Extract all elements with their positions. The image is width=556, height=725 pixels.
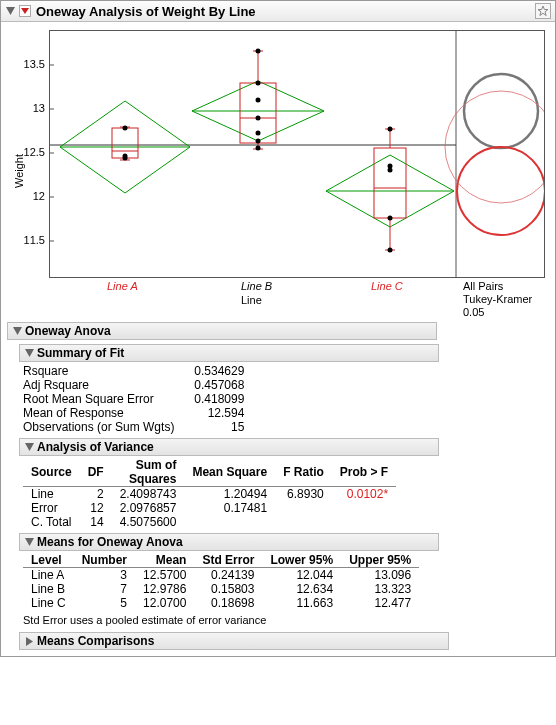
means-footnote: Std Error uses a pooled estimate of erro…	[23, 614, 555, 626]
disclosure-icon-collapsed[interactable]	[24, 636, 34, 646]
y-tick: 12.5	[19, 146, 45, 158]
y-tick: 13.5	[19, 58, 45, 70]
section-means[interactable]: Means for Oneway Anova	[19, 533, 439, 551]
comparison-label: All Pairs	[463, 280, 503, 292]
svg-point-35	[256, 139, 261, 144]
summary-fit-table: Rsquare0.534629 Adj Rsquare0.457068 Root…	[23, 364, 254, 434]
fit-label: Rsquare	[23, 364, 184, 378]
x-category-label: Line B	[241, 280, 272, 292]
fit-value: 0.457068	[184, 378, 254, 392]
svg-point-19	[123, 126, 128, 131]
section-aov[interactable]: Analysis of Variance	[19, 438, 439, 456]
disclosure-icon[interactable]	[24, 442, 34, 452]
fit-label: Adj Rsquare	[23, 378, 184, 392]
table-row: Line 2 2.4098743 1.20494 6.8930 0.0102*	[23, 487, 396, 502]
svg-marker-55	[25, 443, 34, 451]
svg-point-48	[388, 216, 393, 221]
y-tick: 11.5	[19, 234, 45, 246]
col-header: Mean Square	[184, 458, 275, 487]
report-title-bar: Oneway Analysis of Weight By Line	[1, 1, 555, 22]
svg-marker-56	[25, 538, 34, 546]
col-header: Source	[23, 458, 80, 487]
col-header: Sum of Squares	[112, 458, 185, 487]
svg-point-50	[464, 74, 538, 148]
section-title: Summary of Fit	[37, 346, 124, 360]
svg-point-33	[256, 116, 261, 121]
fit-value: 0.534629	[184, 364, 254, 378]
section-title: Analysis of Variance	[37, 440, 154, 454]
col-header: Prob > F	[332, 458, 396, 487]
disclosure-icon[interactable]	[5, 6, 15, 16]
col-header: Upper 95%	[341, 553, 419, 568]
red-triangle-menu[interactable]	[18, 4, 32, 18]
report-title: Oneway Analysis of Weight By Line	[36, 4, 256, 19]
fit-label: Observations (or Sum Wgts)	[23, 420, 184, 434]
disclosure-icon[interactable]	[24, 537, 34, 547]
fit-value: 15	[184, 420, 254, 434]
svg-point-31	[256, 81, 261, 86]
comparison-label: Tukey-Kramer	[463, 293, 532, 305]
disclosure-icon[interactable]	[24, 348, 34, 358]
svg-point-47	[388, 168, 393, 173]
col-header: DF	[80, 458, 112, 487]
x-category-label: Line A	[107, 280, 138, 292]
plot-region: Weight 11.5 12 12.5 13 13.5	[1, 22, 555, 318]
table-row: Line C 5 12.0700 0.18698 11.663 12.477	[23, 596, 419, 610]
section-title: Means Comparisons	[37, 634, 154, 648]
x-axis-label: Line	[241, 294, 262, 306]
col-header: Level	[23, 553, 74, 568]
section-title: Oneway Anova	[25, 324, 111, 338]
summary-fit-body: Rsquare0.534629 Adj Rsquare0.457068 Root…	[23, 364, 549, 434]
svg-point-51	[457, 147, 545, 235]
col-header: Number	[74, 553, 135, 568]
oneway-plot[interactable]	[49, 30, 545, 278]
y-tick: 12	[19, 190, 45, 202]
svg-marker-3	[538, 6, 548, 16]
table-row: C. Total 14 4.5075600	[23, 515, 396, 529]
p-value: 0.0102*	[332, 487, 396, 502]
col-header: Mean	[135, 553, 194, 568]
section-title: Means for Oneway Anova	[37, 535, 183, 549]
disclosure-icon[interactable]	[12, 326, 22, 336]
col-header: Std Error	[194, 553, 262, 568]
fit-label: Mean of Response	[23, 406, 184, 420]
means-table: Level Number Mean Std Error Lower 95% Up…	[23, 553, 419, 610]
table-row: Line A 3 12.5700 0.24139 12.044 13.096	[23, 568, 419, 583]
svg-point-30	[256, 49, 261, 54]
means-body: Level Number Mean Std Error Lower 95% Up…	[23, 553, 549, 610]
svg-point-34	[256, 131, 261, 136]
svg-point-45	[388, 127, 393, 132]
fit-label: Root Mean Square Error	[23, 392, 184, 406]
section-summary-fit[interactable]: Summary of Fit	[19, 344, 439, 362]
aov-body: Source DF Sum of Squares Mean Square F R…	[23, 458, 549, 529]
anova-table: Source DF Sum of Squares Mean Square F R…	[23, 458, 396, 529]
svg-point-36	[256, 146, 261, 151]
fit-value: 0.418099	[184, 392, 254, 406]
section-oneway-anova[interactable]: Oneway Anova	[7, 322, 437, 340]
svg-point-49	[388, 248, 393, 253]
table-row: Error 12 2.0976857 0.17481	[23, 501, 396, 515]
svg-rect-39	[374, 148, 406, 218]
comparison-label: 0.05	[463, 306, 484, 318]
svg-marker-57	[26, 637, 33, 646]
svg-marker-53	[13, 327, 22, 335]
svg-point-32	[256, 98, 261, 103]
svg-marker-54	[25, 349, 34, 357]
section-means-comparisons[interactable]: Means Comparisons	[19, 632, 449, 650]
svg-marker-0	[6, 7, 15, 15]
svg-point-21	[123, 156, 128, 161]
table-row: Line B 7 12.9786 0.15803 12.634 13.323	[23, 582, 419, 596]
col-header: Lower 95%	[262, 553, 341, 568]
x-category-label: Line C	[371, 280, 403, 292]
favorite-icon[interactable]	[535, 3, 551, 19]
fit-value: 12.594	[184, 406, 254, 420]
y-axis-label: Weight	[13, 154, 25, 188]
col-header: F Ratio	[275, 458, 332, 487]
y-tick: 13	[19, 102, 45, 114]
